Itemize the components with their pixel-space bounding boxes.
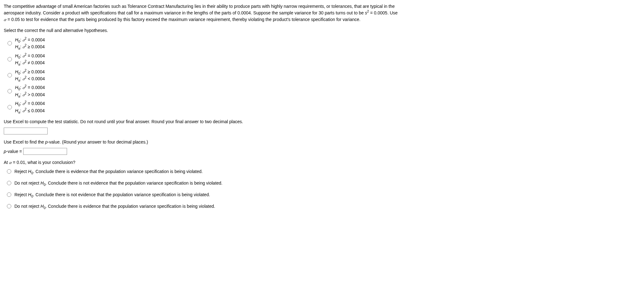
hyp-option-5[interactable]: H0: 𝜎2 = 0.0004 Ha: 𝜎2 ≤ 0.0004 bbox=[7, 100, 640, 114]
q3-prompt: Use Excel to find the p-value. (Round yo… bbox=[4, 139, 640, 145]
conc-option-2-text: Do not reject H0. Conclude there is not … bbox=[14, 180, 222, 186]
hyp-option-2[interactable]: H0: 𝜎2 = 0.0004 Ha: 𝜎2 ≠ 0.0004 bbox=[7, 52, 640, 66]
hyp-radio-4[interactable] bbox=[8, 89, 12, 93]
test-statistic-input[interactable] bbox=[4, 128, 48, 134]
conc-option-2[interactable]: Do not reject H0. Conclude there is not … bbox=[6, 180, 640, 186]
pvalue-input[interactable] bbox=[23, 148, 67, 155]
conc-option-1[interactable]: Reject H0. Conclude there is evidence th… bbox=[6, 168, 640, 175]
alpha-symbol: 𝛼 bbox=[4, 17, 6, 22]
hyp-option-3-text: H0: 𝜎2 ≥ 0.0004 Ha: 𝜎2 < 0.0004 bbox=[15, 68, 45, 82]
intro-line2a: aerospace industry. Consider a product w… bbox=[4, 10, 365, 15]
test-statistic-row bbox=[4, 128, 640, 134]
pvalue-label-p: p bbox=[4, 149, 6, 154]
q4-prompt: At 𝛼 = 0.01, what is your conclusion? bbox=[4, 159, 640, 166]
conc-radio-2[interactable] bbox=[7, 181, 11, 185]
q2-prompt: Use Excel to compute the test statistic.… bbox=[4, 118, 640, 125]
hyp-option-1-text: H0: 𝜎2 = 0.0004 Ha: 𝜎2 ≥ 0.0004 bbox=[15, 36, 45, 50]
hyp-option-3[interactable]: H0: 𝜎2 ≥ 0.0004 Ha: 𝜎2 < 0.0004 bbox=[7, 68, 640, 82]
conc-option-4-text: Do not reject H0. Conclude there is evid… bbox=[14, 203, 215, 210]
s-symbol: s bbox=[365, 10, 367, 15]
pvalue-row: p-value = bbox=[4, 148, 640, 155]
hyp-option-4[interactable]: H0: 𝜎2 = 0.0004 Ha: 𝜎2 > 0.0004 bbox=[7, 84, 640, 98]
intro-line2b: = 0.0005. Use bbox=[369, 10, 397, 15]
intro-paragraph: The competitive advantage of small Ameri… bbox=[4, 3, 640, 23]
hyp-radio-2[interactable] bbox=[8, 57, 12, 61]
hyp-radio-1[interactable] bbox=[8, 41, 12, 45]
conc-option-1-text: Reject H0. Conclude there is evidence th… bbox=[14, 168, 203, 175]
intro-line3: = 0.05 to test for evidence that the par… bbox=[6, 17, 361, 22]
hyp-option-1[interactable]: H0: 𝜎2 = 0.0004 Ha: 𝜎2 ≥ 0.0004 bbox=[7, 36, 640, 50]
hypothesis-options: H0: 𝜎2 = 0.0004 Ha: 𝜎2 ≥ 0.0004 H0: 𝜎2 =… bbox=[7, 36, 640, 114]
hyp-option-2-text: H0: 𝜎2 = 0.0004 Ha: 𝜎2 ≠ 0.0004 bbox=[15, 52, 45, 66]
conc-radio-4[interactable] bbox=[7, 204, 11, 208]
pvalue-label-eq: -value = bbox=[6, 149, 23, 154]
conc-option-4[interactable]: Do not reject H0. Conclude there is evid… bbox=[6, 203, 640, 210]
intro-line1: The competitive advantage of small Ameri… bbox=[4, 4, 395, 9]
conc-radio-1[interactable] bbox=[7, 169, 11, 174]
conc-option-3-text: Reject H0. Conclude there is not evidenc… bbox=[14, 191, 210, 198]
conc-radio-3[interactable] bbox=[7, 192, 11, 197]
hyp-radio-3[interactable] bbox=[8, 73, 12, 77]
hyp-radio-5[interactable] bbox=[8, 105, 12, 109]
hyp-option-5-text: H0: 𝜎2 = 0.0004 Ha: 𝜎2 ≤ 0.0004 bbox=[15, 100, 45, 114]
q1-prompt: Select the correct the null and alternat… bbox=[4, 27, 640, 34]
conc-option-3[interactable]: Reject H0. Conclude there is not evidenc… bbox=[6, 191, 640, 198]
conclusion-options: Reject H0. Conclude there is evidence th… bbox=[6, 168, 640, 210]
hyp-option-4-text: H0: 𝜎2 = 0.0004 Ha: 𝜎2 > 0.0004 bbox=[15, 84, 45, 98]
